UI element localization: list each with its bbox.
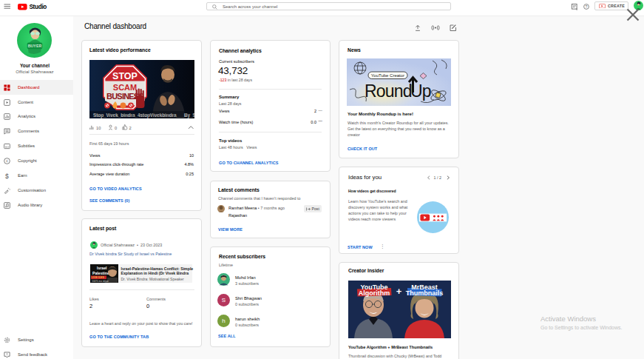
svg-text:+: + xyxy=(396,286,402,297)
svg-text:0: 0 xyxy=(115,126,117,130)
svg-text:Palestine: Palestine xyxy=(92,271,109,275)
svg-text:Studio: Studio xyxy=(29,4,47,10)
svg-text:Round: Round xyxy=(365,81,412,101)
svg-text:?: ? xyxy=(585,4,587,9)
svg-text:2: 2 xyxy=(129,126,132,130)
svg-text:c: c xyxy=(6,158,8,163)
svg-text:STOP: STOP xyxy=(112,71,138,81)
svg-text:$: $ xyxy=(5,172,9,179)
svg-text:SCAM: SCAM xyxy=(113,83,137,92)
svg-text:YouTube Creator: YouTube Creator xyxy=(371,73,404,78)
svg-text:100% me dijiye: 100% me dijiye xyxy=(92,280,109,283)
svg-text:Israel: Israel xyxy=(97,266,107,270)
svg-text:10: 10 xyxy=(96,126,101,130)
svg-text:BUYER: BUYER xyxy=(28,44,42,48)
svg-text:Algorithm: Algorithm xyxy=(359,289,390,297)
svg-text:Thumbnails: Thumbnails xyxy=(406,289,444,297)
svg-text:LIVE ILES: LIVE ILES xyxy=(92,276,105,279)
svg-text:Stop_Vivek_bindra_4stopVivekbi: Stop_Vivek_bindra_4stopVivekbindra___By_… xyxy=(93,113,194,118)
